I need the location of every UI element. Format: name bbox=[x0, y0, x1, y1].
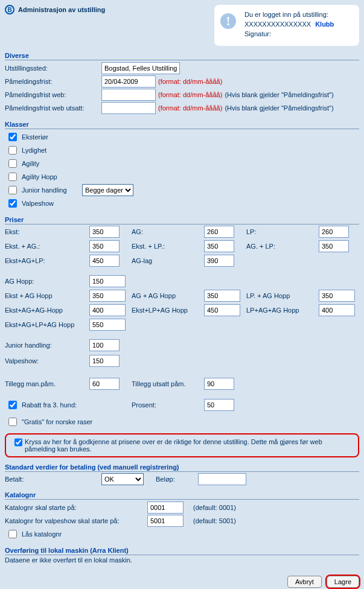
cb-junior[interactable] bbox=[8, 186, 17, 194]
label-fristweb: Påmeldingsfrist web: bbox=[5, 91, 101, 98]
lbl-ag-hopp: AG Hopp: bbox=[5, 278, 83, 285]
hint-fristwebutsatt: (format: dd/mm-åååå) bbox=[158, 104, 222, 112]
cb-rabatt[interactable] bbox=[8, 401, 17, 409]
lbl-laas: Lås katalognr bbox=[22, 530, 62, 538]
info-icon: ! bbox=[220, 13, 236, 29]
inp-belop[interactable] bbox=[198, 473, 246, 485]
inp-ag[interactable] bbox=[204, 226, 234, 238]
lbl-belop: Beløp: bbox=[156, 476, 192, 483]
lbl-betalt: Betalt: bbox=[5, 476, 95, 483]
inp-tillegg-man[interactable] bbox=[89, 378, 120, 390]
page-title: Administrasjon av utstilling bbox=[18, 6, 105, 13]
select-junior[interactable]: Begge dager bbox=[82, 184, 133, 196]
label-frist: Påmeldingsfrist: bbox=[5, 78, 101, 85]
input-sted[interactable] bbox=[101, 62, 180, 74]
inp-ekst-lp-ag-hopp[interactable] bbox=[204, 304, 240, 316]
inp-ekst[interactable] bbox=[89, 226, 120, 238]
cb-agilityhopp[interactable] bbox=[8, 173, 17, 181]
approve-box: Kryss av her for å godkjenne at prisene … bbox=[5, 433, 359, 457]
cb-agility[interactable] bbox=[8, 159, 17, 168]
lbl-ag-ag-hopp: AG + AG Hopp bbox=[132, 292, 198, 299]
lbl-valpeshow: Valpeshow bbox=[22, 200, 54, 207]
input-fristweb[interactable] bbox=[101, 89, 156, 101]
btn-avbryt[interactable]: Avbryt bbox=[287, 576, 322, 588]
select-betalt[interactable]: OK bbox=[101, 473, 144, 485]
hint-kat-start: (default: 0001) bbox=[193, 504, 266, 511]
lbl-lp-ag-hopp: LP. + AG Hopp bbox=[246, 292, 313, 299]
txt-overforing: Dataene er ikke overført til en lokal ma… bbox=[5, 556, 359, 564]
hint2-fristweb: (Hvis blank gjelder "Påmeldingsfrist") bbox=[225, 91, 333, 98]
section-katalog: Katalognr bbox=[5, 491, 359, 500]
section-overforing: Overføring til lokal maskin (Arra Klient… bbox=[5, 547, 359, 555]
btn-lagre[interactable]: Lagre bbox=[327, 576, 359, 588]
login-callout: ! Du er logget inn på utstilling: XXXXXX… bbox=[214, 5, 359, 46]
lbl-lp: LP: bbox=[246, 228, 313, 235]
lbl-agilityhopp: Agility Hopp bbox=[22, 173, 57, 180]
lbl-junior: Junior handling bbox=[22, 186, 80, 194]
lbl-ag-lag: AG-lag bbox=[132, 257, 198, 264]
admin-icon: B bbox=[5, 5, 14, 14]
lbl-kat-start: Katalognr skal starte på: bbox=[5, 504, 144, 511]
hint-frist: (format: dd/mm-åååå) bbox=[158, 78, 222, 85]
lbl-lydighet: Lydighet bbox=[22, 147, 46, 154]
input-fristwebutsatt[interactable] bbox=[101, 102, 156, 114]
lbl-ekst-ag-lp-ag-hopp: Ekst+AG+LP+AG Hopp bbox=[5, 321, 83, 328]
section-priser: Priser bbox=[5, 216, 359, 224]
hint-fristweb: (format: dd/mm-åååå) bbox=[158, 91, 222, 98]
cb-approve[interactable] bbox=[14, 438, 22, 447]
inp-pris-valpeshow[interactable] bbox=[89, 355, 120, 367]
inp-pris-junior[interactable] bbox=[89, 339, 120, 351]
inp-lp[interactable] bbox=[319, 226, 349, 238]
inp-ekst-ag-lp-ag-hopp[interactable] bbox=[89, 319, 126, 331]
inp-prosent[interactable] bbox=[204, 399, 234, 411]
lbl-pris-junior: Junior handling: bbox=[5, 342, 83, 349]
inp-tillegg-utsatt[interactable] bbox=[204, 378, 234, 390]
inp-ag-hopp[interactable] bbox=[89, 275, 126, 287]
section-klasser: Klasser bbox=[5, 121, 359, 129]
inp-kat-start[interactable] bbox=[147, 501, 184, 514]
lbl-ekst-lp-ag-hopp: Ekst+LP+AG Hopp bbox=[132, 307, 198, 314]
lbl-tillegg-man: Tillegg man.påm. bbox=[5, 380, 83, 387]
inp-ekst-lp[interactable] bbox=[204, 240, 234, 252]
section-betaling: Standard verdier for betaling (ved manue… bbox=[5, 463, 359, 472]
cb-eksterior[interactable] bbox=[8, 133, 17, 141]
hint2-fristwebutsatt: (Hvis blank gjelder "Påmeldingsfrist") bbox=[225, 104, 333, 112]
label-sted: Utstillingssted: bbox=[5, 65, 101, 72]
lbl-gratis: "Gratis" for norske raser bbox=[22, 418, 92, 425]
inp-lp-ag-hopp[interactable] bbox=[319, 290, 355, 302]
lbl-ekst-ag-hopp: Ekst + AG Hopp bbox=[5, 292, 83, 299]
input-frist[interactable] bbox=[101, 75, 156, 88]
inp-ekst-ag-ag-hopp[interactable] bbox=[89, 304, 126, 316]
cb-valpeshow[interactable] bbox=[8, 199, 17, 208]
inp-ag-ag-hopp[interactable] bbox=[204, 290, 240, 302]
lbl-ag-lp: AG. + LP: bbox=[246, 243, 313, 250]
inp-ag-lp[interactable] bbox=[319, 240, 349, 252]
callout-signatur: Signatur: bbox=[244, 30, 351, 37]
inp-ekst-ag[interactable] bbox=[89, 240, 120, 252]
lbl-pris-valpeshow: Valpeshow: bbox=[5, 357, 83, 365]
lbl-lp-ag-ag-hopp: LP+AG+AG Hopp bbox=[246, 307, 313, 314]
inp-lp-ag-ag-hopp[interactable] bbox=[319, 304, 355, 316]
inp-kat-valpe[interactable] bbox=[147, 515, 184, 527]
lbl-agility: Agility bbox=[22, 160, 39, 167]
callout-code: XXXXXXXXXXXXXXX bbox=[244, 21, 311, 28]
lbl-approve: Kryss av her for å godkjenne at prisene … bbox=[25, 438, 353, 453]
cb-laas[interactable] bbox=[8, 530, 17, 538]
callout-klubb: Klubb bbox=[315, 21, 334, 28]
lbl-ag: AG: bbox=[132, 228, 198, 235]
lbl-prosent: Prosent: bbox=[132, 401, 198, 409]
lbl-tillegg-utsatt: Tillegg utsatt påm. bbox=[132, 380, 198, 387]
inp-ekst-ag-hopp[interactable] bbox=[89, 290, 126, 302]
label-fristwebutsatt: Påmeldingsfrist web utsatt: bbox=[5, 104, 101, 112]
lbl-ekst-ag-lp: Ekst+AG+LP: bbox=[5, 257, 83, 264]
inp-ekst-ag-lp[interactable] bbox=[89, 255, 120, 267]
callout-line1: Du er logget inn på utstilling: bbox=[244, 11, 351, 18]
lbl-kat-valpe: Katalognr for valpeshow skal starte på: bbox=[5, 517, 144, 524]
cb-gratis[interactable] bbox=[8, 418, 17, 426]
inp-ag-lag[interactable] bbox=[204, 255, 234, 267]
lbl-rabatt: Rabatt fra 3. hund: bbox=[22, 401, 77, 409]
cb-lydighet[interactable] bbox=[8, 146, 17, 154]
hint-kat-valpe: (default: 5001) bbox=[193, 517, 266, 524]
lbl-ekst-lp: Ekst. + LP.: bbox=[132, 243, 198, 250]
lbl-ekst: Ekst: bbox=[5, 228, 83, 235]
